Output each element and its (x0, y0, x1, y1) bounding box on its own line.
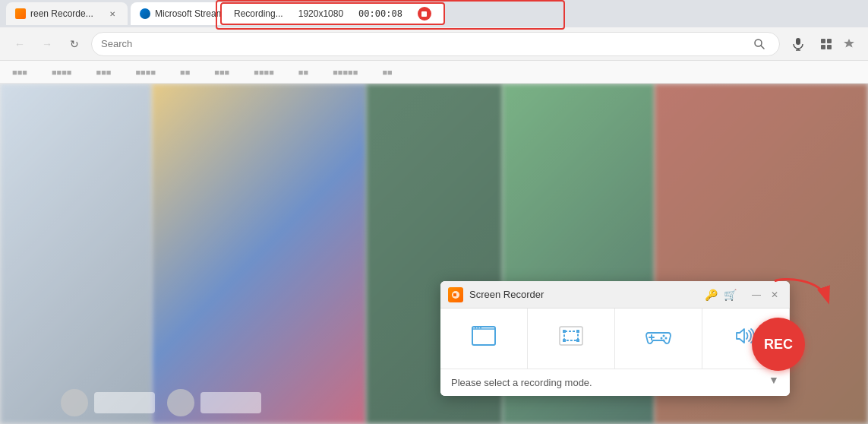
cart-icon[interactable]: 🛒 (724, 289, 737, 301)
gamepad-icon (645, 327, 671, 345)
svg-rect-20 (576, 339, 579, 342)
recorder-logo (448, 287, 463, 302)
forward-button[interactable]: → (36, 33, 58, 55)
tab-2-favicon (140, 8, 150, 19)
svg-point-24 (665, 337, 668, 340)
svg-rect-7 (821, 45, 825, 49)
bg-thumb-2 (152, 84, 366, 424)
channel-info-1 (94, 392, 155, 413)
microphone-button[interactable] (786, 32, 810, 56)
yt-nav-item-1[interactable]: ■■■ (6, 65, 33, 80)
key-icon[interactable]: 🔑 (705, 289, 718, 301)
rec-button-label: REC (764, 337, 793, 353)
recording-indicator: Recording... 1920x1080 00:00:08 (220, 2, 445, 25)
screen-recorder-dialog: Screen Recorder 🔑 🛒 — ✕ (440, 281, 790, 396)
browser-icons (816, 34, 859, 54)
fullscreen-mode-icon (472, 326, 496, 351)
yt-nav-item-3[interactable]: ■■■ (90, 65, 118, 80)
search-icon (753, 38, 765, 50)
fullscreen-icon (472, 326, 496, 346)
recording-timer: 00:00:08 (358, 8, 402, 19)
svg-point-25 (661, 337, 663, 340)
scroll-down-icon: ▼ (769, 374, 779, 386)
dialog-title-text: Screen Recorder (469, 289, 699, 300)
region-mode-icon (559, 326, 583, 351)
yt-nav-item-7[interactable]: ■■■■ (248, 65, 280, 80)
yt-nav-item-9[interactable]: ■■■■■ (327, 65, 364, 80)
svg-point-14 (480, 327, 481, 329)
svg-rect-5 (821, 39, 825, 43)
tab-1[interactable]: reen Recorde... ✕ (6, 2, 128, 25)
rec-arrow (767, 274, 835, 327)
dialog-titlebar: Screen Recorder 🔑 🛒 — ✕ (440, 281, 790, 309)
svg-line-1 (761, 46, 764, 49)
tab-bar: reen Recorde... ✕ Microsoft Stream scree… (0, 0, 868, 27)
yt-nav-item-10[interactable]: ■■ (376, 65, 398, 80)
svg-rect-17 (563, 330, 566, 333)
svg-rect-6 (827, 39, 832, 43)
recording-resolution: 1920x1080 (298, 8, 343, 19)
main-content: Screen Recorder 🔑 🛒 — ✕ (0, 84, 868, 424)
tab-1-close[interactable]: ✕ (106, 8, 118, 20)
svg-rect-16 (564, 331, 578, 340)
yt-nav-bar: ■■■ ■■■■ ■■■ ■■■■ ■■ ■■■ ■■■■ ■■ ■■■■■ ■… (0, 61, 868, 84)
channel-info-2 (200, 392, 261, 413)
dialog-minimize-button[interactable]: — (749, 287, 764, 302)
address-bar[interactable] (91, 32, 780, 56)
yt-nav-item-2[interactable]: ■■■■ (46, 65, 78, 80)
search-input[interactable] (101, 38, 743, 49)
fullscreen-mode-button[interactable] (440, 309, 528, 369)
address-bar-row: ← → ↻ (0, 27, 868, 61)
back-button[interactable]: ← (9, 33, 30, 55)
svg-point-26 (663, 340, 665, 342)
game-mode-button[interactable] (615, 309, 702, 369)
yt-nav-item-8[interactable]: ■■ (292, 65, 314, 80)
mode-buttons-row: REC (440, 309, 790, 369)
svg-rect-19 (563, 339, 566, 342)
bookmark-button[interactable] (816, 34, 836, 54)
channel-avatar-2 (167, 389, 194, 416)
stop-icon (421, 11, 427, 17)
svg-rect-15 (560, 327, 582, 345)
game-mode-icon (645, 327, 671, 350)
bg-thumb-1 (0, 84, 152, 424)
record-icon (450, 290, 461, 300)
scroll-down-indicator[interactable]: ▼ (765, 372, 782, 388)
star-icon (843, 38, 855, 50)
region-icon (559, 326, 583, 346)
tab-1-title: reen Recorde... (30, 8, 102, 19)
dialog-status-text: Please select a recording mode. (451, 377, 592, 388)
svg-point-12 (475, 327, 476, 329)
refresh-button[interactable]: ↻ (64, 33, 85, 55)
favorites-button[interactable] (839, 34, 859, 54)
yt-nav-item-6[interactable]: ■■■ (208, 65, 235, 80)
recording-label: Recording... (234, 8, 283, 19)
yt-nav-item-5[interactable]: ■■ (174, 65, 196, 80)
channel-avatar-1 (61, 389, 88, 416)
svg-rect-10 (453, 293, 456, 296)
dialog-title-icons: 🔑 🛒 (705, 289, 737, 301)
svg-rect-2 (796, 38, 800, 45)
region-mode-button[interactable] (528, 309, 615, 369)
yt-nav-item-4[interactable]: ■■■■ (129, 65, 162, 80)
grid-icon (820, 38, 832, 50)
dialog-footer: Please select a recording mode. ▼ (440, 369, 790, 396)
browser-chrome: reen Recorde... ✕ Microsoft Stream scree… (0, 0, 868, 424)
svg-point-13 (478, 327, 479, 329)
search-icon-button[interactable] (749, 33, 770, 55)
recording-stop-button[interactable] (418, 7, 431, 21)
tab-1-favicon (15, 8, 26, 19)
microphone-icon (791, 37, 805, 51)
svg-rect-18 (576, 330, 579, 333)
svg-point-23 (663, 335, 665, 337)
channel-row (61, 389, 261, 416)
svg-rect-8 (827, 45, 832, 49)
